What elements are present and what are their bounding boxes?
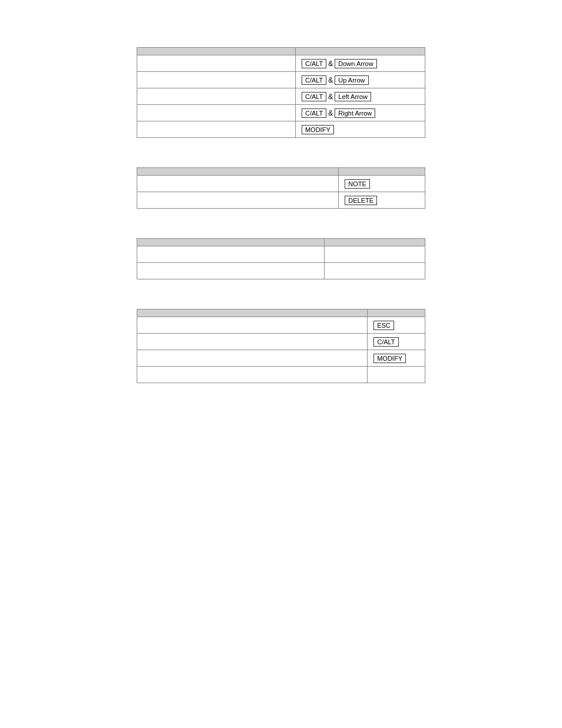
- up-arrow-key: Up Arrow: [335, 75, 368, 85]
- key-combo-left: C/ALT & Left Arrow: [302, 92, 371, 101]
- table-row: C/ALT: [137, 334, 425, 350]
- ampersand: &: [328, 93, 333, 101]
- table-section-4: ESC C/ALT MODIFY: [137, 309, 425, 383]
- table-section-1: C/ALT & Down Arrow C/ALT & Up Arrow: [137, 47, 425, 138]
- table-4: ESC C/ALT MODIFY: [137, 309, 425, 383]
- modify-key: MODIFY: [302, 125, 334, 134]
- table4-row1-col2: ESC: [368, 317, 425, 334]
- table1-row3-col2: C/ALT & Left Arrow: [295, 88, 425, 105]
- key-combo-up: C/ALT & Up Arrow: [302, 75, 369, 85]
- table-row: C/ALT & Up Arrow: [137, 72, 425, 88]
- table4-row3-col2: MODIFY: [368, 350, 425, 367]
- table4-row3-col1: [137, 350, 368, 367]
- page-content: C/ALT & Down Arrow C/ALT & Up Arrow: [0, 24, 562, 407]
- table4-row2-col1: [137, 334, 368, 350]
- calt-key-2: C/ALT: [373, 337, 398, 347]
- table4-row4-col1: [137, 367, 368, 383]
- table3-header-col2: [324, 239, 425, 246]
- table-3: [137, 238, 425, 279]
- table4-row2-col2: C/ALT: [368, 334, 425, 350]
- table-section-2: NOTE DELETE: [137, 167, 425, 209]
- key-combo-down: C/ALT & Down Arrow: [302, 59, 377, 68]
- table-row: C/ALT & Left Arrow: [137, 88, 425, 105]
- table2-row2-col1: [137, 192, 339, 209]
- table2-row1-col1: [137, 176, 339, 192]
- table1-row2-col2: C/ALT & Up Arrow: [295, 72, 425, 88]
- table4-header-col2: [368, 309, 425, 317]
- table1-row1-col1: [137, 55, 296, 72]
- table-row: [137, 367, 425, 383]
- table-1: C/ALT & Down Arrow C/ALT & Up Arrow: [137, 47, 425, 138]
- table-2: NOTE DELETE: [137, 167, 425, 209]
- table-row: ESC: [137, 317, 425, 334]
- key-combo-right: C/ALT & Right Arrow: [302, 108, 375, 118]
- table1-row4-col1: [137, 105, 296, 121]
- note-key: NOTE: [345, 179, 370, 189]
- table-row: DELETE: [137, 192, 425, 209]
- table4-row4-col2: [368, 367, 425, 383]
- table2-row2-col2: DELETE: [339, 192, 425, 209]
- table4-header-col1: [137, 309, 368, 317]
- down-arrow-key: Down Arrow: [335, 59, 376, 68]
- table1-row3-col1: [137, 88, 296, 105]
- table3-row2-col2: [324, 263, 425, 279]
- table-row: C/ALT & Down Arrow: [137, 55, 425, 72]
- table4-row1-col1: [137, 317, 368, 334]
- calt-key: C/ALT: [302, 108, 326, 118]
- table-row: NOTE: [137, 176, 425, 192]
- ampersand: &: [328, 109, 333, 117]
- calt-key: C/ALT: [302, 92, 326, 101]
- table-row: [137, 263, 425, 279]
- table-row: C/ALT & Right Arrow: [137, 105, 425, 121]
- table3-row2-col1: [137, 263, 325, 279]
- delete-key: DELETE: [345, 196, 377, 205]
- table-row: MODIFY: [137, 350, 425, 367]
- table1-row5-col2: MODIFY: [295, 121, 425, 138]
- table1-row2-col1: [137, 72, 296, 88]
- table1-row1-col2: C/ALT & Down Arrow: [295, 55, 425, 72]
- table1-header-col2: [295, 48, 425, 55]
- calt-key: C/ALT: [302, 59, 326, 68]
- table1-header-col1: [137, 48, 296, 55]
- esc-key: ESC: [373, 321, 394, 330]
- table-section-3: [137, 238, 425, 279]
- table1-row4-col2: C/ALT & Right Arrow: [295, 105, 425, 121]
- calt-key: C/ALT: [302, 75, 326, 85]
- table1-row5-col1: [137, 121, 296, 138]
- ampersand: &: [328, 60, 333, 68]
- left-arrow-key: Left Arrow: [335, 92, 371, 101]
- modify-key-2: MODIFY: [373, 354, 406, 363]
- right-arrow-key: Right Arrow: [335, 108, 375, 118]
- table2-row1-col2: NOTE: [339, 176, 425, 192]
- table-row: [137, 246, 425, 263]
- table3-row1-col1: [137, 246, 325, 263]
- table3-row1-col2: [324, 246, 425, 263]
- table2-header-col2: [339, 168, 425, 176]
- table-row: MODIFY: [137, 121, 425, 138]
- ampersand: &: [328, 76, 333, 84]
- table2-header-col1: [137, 168, 339, 176]
- table3-header-col1: [137, 239, 325, 246]
